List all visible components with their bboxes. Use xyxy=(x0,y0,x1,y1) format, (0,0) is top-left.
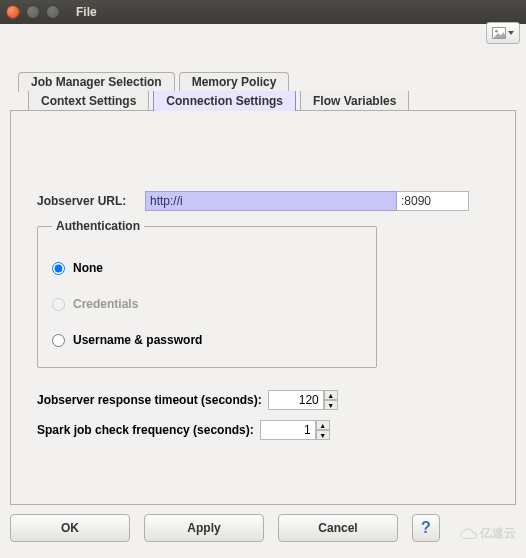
frequency-label: Spark job check frequency (seconds): xyxy=(37,423,254,437)
dialog-button-bar: OK Apply Cancel ? xyxy=(10,514,516,542)
auth-credentials-radio xyxy=(52,298,65,311)
auth-userpass-label: Username & password xyxy=(73,333,202,347)
frequency-step-down[interactable]: ▼ xyxy=(316,430,330,440)
timeout-step-up[interactable]: ▲ xyxy=(324,390,338,400)
tab-flow-variables[interactable]: Flow Variables xyxy=(300,91,409,111)
window-minimize-button[interactable] xyxy=(26,5,40,19)
jobserver-port-input[interactable] xyxy=(397,191,469,211)
image-icon xyxy=(492,27,506,39)
window-titlebar: File xyxy=(0,0,526,24)
authentication-fieldset: Authentication None Credentials Username… xyxy=(37,219,377,368)
apply-button[interactable]: Apply xyxy=(144,514,264,542)
frequency-step-up[interactable]: ▲ xyxy=(316,420,330,430)
timeout-input[interactable] xyxy=(268,390,324,410)
timeout-label: Jobserver response timeout (seconds): xyxy=(37,393,262,407)
authentication-legend: Authentication xyxy=(52,219,144,233)
settings-panel: Jobserver URL: Authentication None Crede… xyxy=(10,110,516,505)
window-title: File xyxy=(76,5,97,19)
auth-none-label: None xyxy=(73,261,103,275)
tab-memory-policy[interactable]: Memory Policy xyxy=(179,72,290,92)
timeout-step-down[interactable]: ▼ xyxy=(324,400,338,410)
help-button[interactable]: ? xyxy=(412,514,440,542)
jobserver-url-label: Jobserver URL: xyxy=(37,194,145,208)
jobserver-url-input[interactable] xyxy=(145,191,397,211)
tab-row-1: Job Manager Selection Memory Policy xyxy=(10,72,516,92)
tab-row-2: Context Settings Connection Settings Flo… xyxy=(10,91,516,111)
tab-connection-settings[interactable]: Connection Settings xyxy=(153,91,296,111)
cancel-button[interactable]: Cancel xyxy=(278,514,398,542)
auth-userpass-radio[interactable] xyxy=(52,334,65,347)
image-placeholder-button[interactable] xyxy=(486,22,520,44)
dropdown-caret-icon xyxy=(508,31,514,35)
cloud-icon xyxy=(460,528,478,540)
tab-context-settings[interactable]: Context Settings xyxy=(28,91,149,111)
window-maximize-button[interactable] xyxy=(46,5,60,19)
window-close-button[interactable] xyxy=(6,5,20,19)
tab-job-manager-selection[interactable]: Job Manager Selection xyxy=(18,72,175,92)
svg-point-1 xyxy=(495,30,498,33)
watermark: 亿速云 xyxy=(460,525,516,542)
auth-none-radio[interactable] xyxy=(52,262,65,275)
auth-credentials-label: Credentials xyxy=(73,297,138,311)
frequency-input[interactable] xyxy=(260,420,316,440)
ok-button[interactable]: OK xyxy=(10,514,130,542)
